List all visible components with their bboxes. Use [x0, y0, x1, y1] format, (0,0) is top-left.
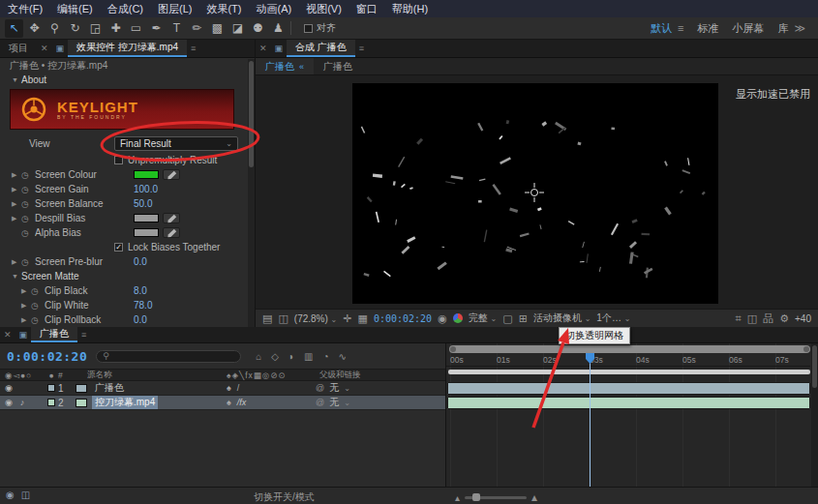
effect-row-5[interactable]: ◷Alpha Bias [0, 225, 255, 240]
show-channel-icon[interactable] [453, 313, 463, 323]
stopwatch-icon[interactable]: ◷ [21, 185, 35, 194]
color-swatch[interactable] [134, 170, 159, 179]
region-of-interest-icon[interactable]: ▢ [502, 312, 512, 325]
eyedropper-icon[interactable] [163, 169, 180, 180]
rulers-icon[interactable]: ▦ [358, 312, 368, 325]
tab-effect-controls[interactable]: 效果控件 控刀绿幕.mp4 [68, 40, 187, 57]
stopwatch-icon[interactable]: ◷ [21, 199, 35, 209]
effect-row-2[interactable]: ▶◷Screen Gain100.0 [0, 182, 255, 196]
clone-stamp-tool-icon[interactable]: ▩ [208, 19, 227, 38]
timeline-zoom-slider[interactable]: ▴ ▴ [455, 490, 537, 504]
stopwatch-icon[interactable]: ◷ [21, 228, 35, 238]
menu-item-0[interactable]: 文件(F) [8, 2, 43, 16]
zoom-out-frames-icon[interactable]: ▴ [455, 492, 460, 503]
menu-item-3[interactable]: 图层(L) [158, 2, 192, 16]
effect-row-7[interactable]: ▶◷Screen Pre-blur0.0 [0, 254, 255, 269]
comp-mini-flowchart-icon[interactable]: ⌂ [256, 351, 261, 362]
effect-row-6[interactable]: ✓Lock Biases Together [0, 240, 255, 254]
orbit-camera-tool-icon[interactable]: ↻ [66, 19, 84, 38]
close-icon[interactable]: ✕ [256, 40, 271, 57]
camera-tool-icon[interactable]: ◲ [86, 19, 105, 38]
viewer-tab-1[interactable]: 广播色 « [256, 58, 314, 74]
panel-menu-icon[interactable]: ≡ [187, 40, 199, 57]
pickwhip-icon[interactable]: @ [316, 383, 324, 393]
workspace-0[interactable]: 默认 [651, 21, 672, 36]
flowchart-icon[interactable]: ◫ [21, 489, 30, 500]
zoom-tool-icon[interactable]: ⚲ [45, 19, 64, 38]
timeline-nav-icon[interactable]: 品 [763, 311, 773, 326]
view-layout-select[interactable]: 1个… ⌄ [596, 311, 630, 325]
audio-toggle[interactable]: ♪ [17, 398, 27, 407]
label-color-chip[interactable] [47, 399, 55, 406]
frame-blend-icon[interactable]: ▥ [304, 351, 313, 362]
param-checkbox[interactable] [114, 156, 123, 164]
switches-value[interactable]: /fx [237, 398, 247, 407]
brush-tool-icon[interactable]: ✏ [188, 19, 206, 38]
gear-icon[interactable]: ⚙ [779, 312, 789, 325]
close-icon[interactable]: ✕ [0, 327, 15, 342]
close-icon[interactable]: ✕ [37, 40, 52, 57]
playhead[interactable] [590, 353, 591, 487]
twirl-icon[interactable]: ▶ [21, 287, 31, 295]
shape-tool-icon[interactable]: ▭ [127, 19, 145, 38]
eraser-tool-icon[interactable]: ◪ [228, 19, 247, 38]
menu-item-4[interactable]: 效果(T) [206, 2, 241, 16]
grid-guides-icon[interactable]: ✛ [343, 312, 351, 325]
menu-item-5[interactable]: 动画(A) [257, 2, 292, 16]
effect-row-10[interactable]: ▶◷Clip White78.0 [0, 298, 255, 312]
draft-3d-icon[interactable]: ◇ [271, 351, 279, 362]
snapshot-icon[interactable]: ◉ [438, 312, 447, 325]
workspace-menu-icon[interactable]: ≡ [678, 22, 683, 34]
effect-row-3[interactable]: ▶◷Screen Balance50.0 [0, 196, 255, 211]
layer-row-1[interactable]: ◉1广播色♠/@无⌄ [0, 381, 445, 396]
layer-name[interactable]: 控刀绿幕.mp4 [92, 396, 158, 409]
time-navigator[interactable] [449, 345, 810, 353]
snap-checkbox[interactable] [304, 24, 313, 33]
color-swatch[interactable] [134, 228, 159, 237]
resolution-select[interactable]: 完整 ⌄ [469, 311, 497, 325]
stopwatch-icon[interactable]: ◷ [31, 301, 45, 311]
effect-row-11[interactable]: ▶◷Clip Rollback0.0 [0, 312, 255, 327]
workspace-overflow-icon[interactable]: ≫ [794, 22, 805, 35]
work-area-bar[interactable] [448, 370, 810, 374]
quality-switch[interactable]: ♠ [227, 383, 231, 393]
selection-tool-icon[interactable]: ↖ [5, 19, 23, 38]
roto-brush-tool-icon[interactable]: ⚉ [249, 19, 267, 38]
viewer-timecode[interactable]: 0:00:02:20 [374, 313, 432, 324]
tab-composition[interactable]: 合成 广播色 [287, 40, 355, 57]
about-group-row[interactable]: ▼ About [0, 73, 255, 87]
scrollbar-thumb[interactable] [812, 345, 817, 388]
current-time-display[interactable]: 0:00:02:20 [7, 349, 87, 364]
panel-menu-icon[interactable]: ≡ [355, 40, 368, 57]
param-value[interactable]: 0.0 [134, 256, 147, 267]
parent-select[interactable]: 无 [329, 396, 339, 409]
effect-row-8[interactable]: ▼Screen Matte [0, 269, 255, 283]
viewer-lock-icon[interactable]: « [299, 62, 304, 72]
snap-toggle[interactable]: 对齐 [304, 21, 336, 35]
camera-view-select[interactable]: 活动摄像机 ⌄ [533, 311, 591, 325]
twirl-down-icon[interactable]: ▼ [12, 76, 21, 83]
menu-item-7[interactable]: 窗口 [356, 2, 378, 16]
pen-tool-icon[interactable]: ✒ [147, 19, 166, 38]
timeline-scrollbar[interactable] [811, 343, 818, 487]
puppet-pin-tool-icon[interactable]: ♟ [269, 19, 288, 38]
zoom-in-frames-icon[interactable]: ▴ [531, 490, 537, 504]
hand-tool-icon[interactable]: ✥ [25, 19, 44, 38]
hand-zoom-icon[interactable]: ◫ [278, 312, 288, 325]
menu-item-2[interactable]: 合成(C) [107, 2, 143, 16]
eyedropper-icon[interactable] [163, 227, 180, 238]
search-input[interactable]: ⚲ [96, 350, 241, 363]
tab-project[interactable]: 项目 [0, 40, 37, 57]
twirl-icon[interactable]: ▶ [12, 186, 21, 193]
source-name-header[interactable]: 源名称 [74, 370, 227, 381]
eye-toggle[interactable]: ◉ [4, 383, 14, 393]
magnification-select[interactable]: (72.8%) ⌄ [294, 313, 338, 324]
stopwatch-icon[interactable]: ◷ [21, 214, 35, 223]
menu-item-1[interactable]: 编辑(E) [57, 2, 93, 16]
eye-toggle[interactable]: ◉ [4, 398, 14, 407]
composition-frame[interactable] [352, 83, 718, 304]
param-value[interactable]: 50.0 [134, 198, 152, 209]
stopwatch-icon[interactable]: ◷ [31, 315, 45, 325]
quality-switch[interactable]: ♠ [227, 398, 231, 407]
fast-preview-icon[interactable]: ◫ [747, 312, 757, 325]
